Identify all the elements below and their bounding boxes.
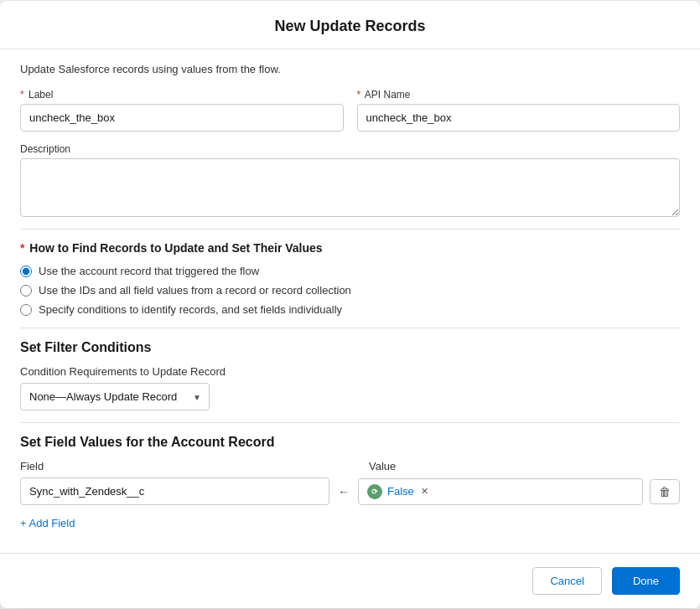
divider-3 [20, 422, 680, 423]
divider-2 [20, 328, 680, 328]
condition-requirements-label: Condition Requirements to Update Record [20, 365, 680, 378]
api-name-label: * API Name [357, 89, 681, 101]
description-textarea[interactable] [20, 158, 680, 217]
delete-row-button[interactable]: 🗑 [650, 479, 680, 504]
radio-input-3[interactable] [20, 304, 32, 316]
modal-footer: Cancel Done [0, 553, 700, 608]
field-value-row: ← ⟳ False ✕ 🗑 [20, 477, 680, 505]
label-field-label: * Label [20, 89, 344, 101]
field-values-title: Set Field Values for the Account Record [20, 435, 680, 450]
label-input[interactable] [20, 104, 344, 132]
value-chip-text: False [387, 485, 414, 498]
field-name-input[interactable] [20, 477, 329, 505]
done-button[interactable]: Done [612, 567, 680, 595]
field-values-section: Set Field Values for the Account Record … [20, 435, 680, 533]
value-chip-container: ⟳ False ✕ [358, 478, 643, 505]
find-required-star: * [20, 241, 24, 255]
add-field-button[interactable]: + Add Field [20, 514, 75, 533]
trash-icon: 🗑 [659, 485, 671, 498]
api-name-input[interactable] [357, 104, 681, 132]
toggle-icon: ⟳ [367, 484, 382, 499]
radio-group: Use the account record that triggered th… [20, 265, 680, 316]
field-column-header: Field [20, 460, 339, 472]
modal-subtitle: Update Salesforce records using values f… [20, 63, 680, 75]
value-column-header: Value [369, 460, 396, 472]
add-field-label: + Add Field [20, 517, 75, 529]
filter-conditions-section: Set Filter Conditions Condition Requirem… [20, 340, 680, 410]
label-api-row: * Label * API Name [20, 89, 680, 132]
radio-option-1[interactable]: Use the account record that triggered th… [20, 265, 680, 277]
find-records-title: * How to Find Records to Update and Set … [20, 241, 680, 255]
modal-container: New Update Records Update Salesforce rec… [0, 1, 700, 608]
radio-option-3[interactable]: Specify conditions to identify records, … [20, 303, 680, 316]
api-required-star: * [357, 89, 361, 101]
radio-option-2[interactable]: Use the IDs and all field values from a … [20, 284, 680, 297]
modal-body: Update Salesforce records using values f… [0, 49, 700, 546]
field-value-headers: Field Value [20, 460, 680, 472]
description-group: Description [20, 143, 680, 217]
cancel-button[interactable]: Cancel [532, 567, 601, 595]
filter-section-title: Set Filter Conditions [20, 340, 680, 355]
chip-close-icon[interactable]: ✕ [421, 486, 428, 497]
description-label: Description [20, 143, 680, 155]
api-name-group: * API Name [357, 89, 681, 132]
modal-title: New Update Records [20, 18, 680, 35]
find-records-section: * How to Find Records to Update and Set … [20, 241, 680, 316]
modal-header: New Update Records [0, 1, 700, 49]
condition-select-wrapper: None—Always Update Record All Conditions… [20, 383, 210, 410]
label-required-star: * [20, 89, 24, 101]
condition-select[interactable]: None—Always Update Record All Conditions… [20, 383, 210, 410]
label-group: * Label [20, 89, 344, 132]
arrow-icon: ← [338, 485, 350, 498]
divider-1 [20, 229, 680, 230]
radio-input-2[interactable] [20, 285, 32, 297]
radio-input-1[interactable] [20, 266, 32, 277]
